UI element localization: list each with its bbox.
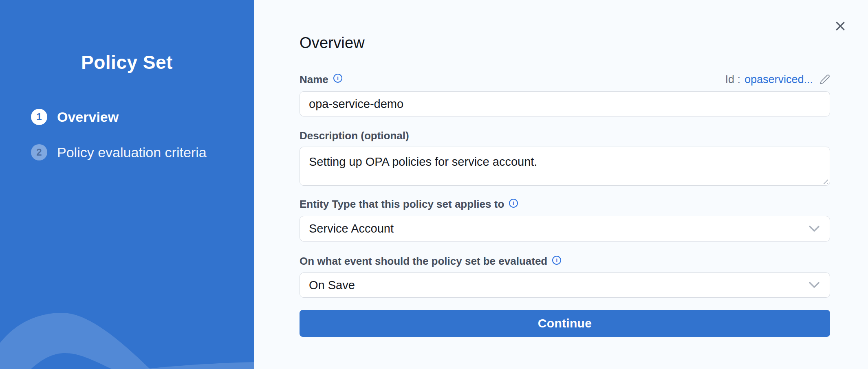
name-input[interactable] <box>300 91 830 116</box>
entity-type-value: Service Account <box>309 222 394 235</box>
description-field-wrap: Setting up OPA policies for service acco… <box>300 147 830 186</box>
chevron-down-icon <box>809 281 820 289</box>
step-1-badge: 1 <box>31 109 47 125</box>
entity-type-select[interactable]: Service Account <box>300 216 830 242</box>
description-label: Description (optional) <box>300 130 409 142</box>
event-value: On Save <box>309 279 355 292</box>
sidebar-title: Policy Set <box>0 51 254 73</box>
entity-type-label-group: Entity Type that this policy set applies… <box>300 198 518 211</box>
event-label-group: On what event should the policy set be e… <box>300 255 561 268</box>
x-icon <box>834 20 846 32</box>
wave-decoration <box>0 304 254 369</box>
id-value-link[interactable]: opaserviced... <box>745 73 813 86</box>
continue-button[interactable]: Continue <box>300 310 830 337</box>
wizard-steps: 1 Overview 2 Policy evaluation criteria <box>31 109 207 160</box>
name-label-group: Name i <box>300 73 342 86</box>
chevron-down-icon <box>809 225 820 233</box>
name-id-row: Name i Id : opaserviced... <box>300 72 830 87</box>
step-policy-evaluation-criteria[interactable]: 2 Policy evaluation criteria <box>31 144 207 160</box>
overview-panel: Overview Name i Id : opaserviced... Desc… <box>254 0 868 369</box>
step-1-label: Overview <box>57 109 119 125</box>
event-label: On what event should the policy set be e… <box>300 255 547 268</box>
info-icon[interactable]: i <box>333 74 342 83</box>
info-icon[interactable]: i <box>509 199 518 208</box>
step-overview[interactable]: 1 Overview <box>31 109 207 125</box>
step-2-label: Policy evaluation criteria <box>57 145 207 160</box>
page-title: Overview <box>300 34 365 52</box>
entity-type-label: Entity Type that this policy set applies… <box>300 198 504 211</box>
name-label: Name <box>300 73 328 86</box>
pencil-icon <box>820 74 830 85</box>
wizard-sidebar: Policy Set 1 Overview 2 Policy evaluatio… <box>0 0 254 369</box>
info-icon[interactable]: i <box>552 256 561 265</box>
close-button[interactable] <box>832 18 848 34</box>
description-textarea[interactable]: Setting up OPA policies for service acco… <box>300 147 830 186</box>
id-label: Id : <box>725 73 740 86</box>
step-2-badge: 2 <box>31 144 47 160</box>
event-select[interactable]: On Save <box>300 272 830 298</box>
edit-id-button[interactable] <box>820 74 830 85</box>
policy-set-id: Id : opaserviced... <box>725 73 830 86</box>
